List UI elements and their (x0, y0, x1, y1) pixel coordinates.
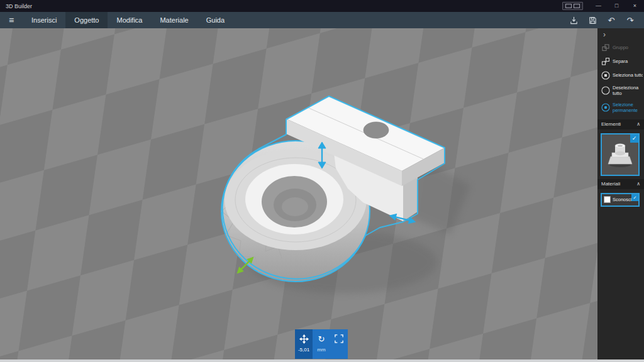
redo-button[interactable]: ↷ (623, 13, 638, 27)
redo-icon: ↷ (627, 16, 634, 25)
rotate-icon: ↻ (318, 334, 325, 344)
hamburger-menu-button[interactable]: ≡ (0, 12, 23, 28)
app-title: 3D Builder (0, 3, 32, 9)
save-button[interactable] (585, 13, 600, 27)
chevron-up-icon: ∧ (636, 121, 640, 127)
menu-inserisci[interactable]: Inserisci (23, 12, 65, 28)
menu-materiale[interactable]: Materiale (151, 12, 197, 28)
material-swatch (604, 196, 611, 203)
selected-check-badge: ✓ (630, 134, 638, 143)
close-button[interactable]: × (626, 0, 644, 12)
deselect-all-icon (601, 86, 610, 95)
move-tool[interactable]: -5,01 (295, 329, 313, 359)
unit-label: mm (317, 347, 325, 353)
viewport[interactable]: -5,01 ↻ mm (0, 28, 597, 359)
tool-selezione-permanente[interactable]: Selezione permanente (597, 99, 644, 116)
maximize-button[interactable]: □ (608, 0, 626, 12)
tool-gruppo[interactable]: Gruppo (597, 41, 644, 55)
undo-icon: ↶ (608, 16, 615, 25)
import-button[interactable] (566, 13, 581, 27)
scale-tool[interactable] (330, 329, 348, 359)
rotate-tool[interactable]: ↻ mm (313, 329, 330, 359)
menu-oggetto[interactable]: Oggetto (65, 12, 108, 28)
monitor-icon (565, 4, 572, 8)
menu-modifica[interactable]: Modifica (108, 12, 151, 28)
undo-button[interactable]: ↶ (604, 13, 619, 27)
tool-label: Gruppo (613, 45, 643, 50)
ungroup-icon (601, 57, 610, 66)
tool-label: Separa (613, 58, 643, 64)
right-sidebar: › Gruppo Separa Seleziona tutto Deselezi… (597, 28, 644, 359)
move-icon (299, 334, 309, 344)
import-icon (569, 16, 579, 25)
section-title: Elementi (601, 121, 621, 127)
menubar: ≡ Inserisci Oggetto Modifica Materiale G… (0, 12, 644, 28)
transform-panel: -5,01 ↻ mm (295, 329, 348, 359)
material-check-badge: ✓ (631, 194, 638, 201)
display-mode-icons[interactable] (562, 2, 583, 10)
minimize-button[interactable]: — (589, 0, 608, 12)
tool-label: Seleziona tutto (613, 72, 643, 78)
tool-label: Deseleziona tutto (613, 85, 643, 97)
tool-label: Selezione permanente (613, 102, 643, 114)
titlebar: 3D Builder — □ × (0, 0, 644, 12)
scale-icon (335, 334, 343, 344)
position-value: -5,01 (298, 347, 309, 353)
select-all-icon (601, 71, 610, 80)
window-icon (574, 4, 580, 8)
element-thumbnail[interactable]: ✓ (601, 133, 640, 176)
menubar-toolbar: ↶ ↷ (566, 12, 644, 28)
sidebar-expander[interactable]: › (597, 28, 644, 41)
material-item[interactable]: Sconosciuto ✓ (601, 193, 640, 207)
taskbar-edge (0, 359, 644, 362)
persistent-selection-icon (601, 103, 610, 112)
chevron-up-icon: ∧ (636, 181, 640, 187)
tool-separa[interactable]: Separa (597, 55, 644, 69)
tool-deseleziona-tutto[interactable]: Deseleziona tutto (597, 82, 644, 99)
window-controls: — □ × (562, 0, 644, 12)
menu-guida[interactable]: Guida (197, 12, 233, 28)
tool-seleziona-tutto[interactable]: Seleziona tutto (597, 69, 644, 82)
section-title: Materiali (601, 181, 620, 187)
materials-section-header[interactable]: Materiali ∧ (597, 179, 644, 189)
menu-items: Inserisci Oggetto Modifica Materiale Gui… (23, 12, 233, 28)
group-icon (601, 43, 610, 52)
elements-section-header[interactable]: Elementi ∧ (597, 119, 644, 129)
3d-scene[interactable] (0, 28, 597, 359)
save-icon (588, 16, 597, 25)
